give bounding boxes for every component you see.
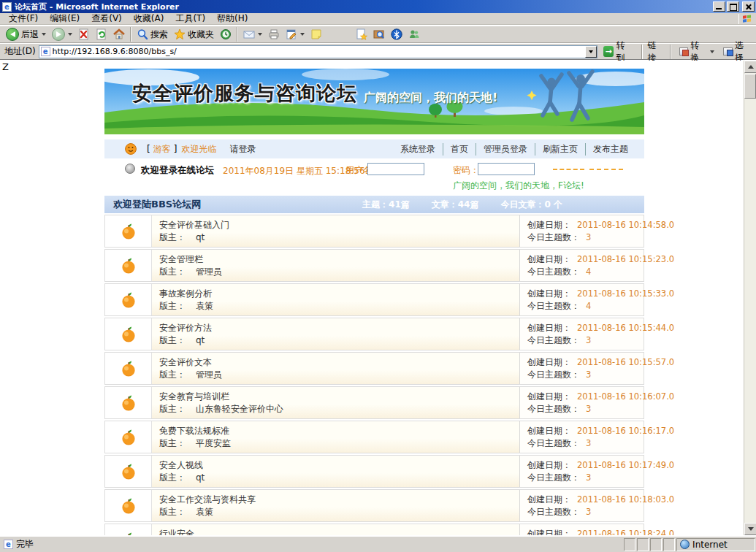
forum-icon-cell: [105, 421, 152, 453]
forum-name-link[interactable]: 安全评价基础入门: [159, 219, 519, 231]
scroll-up-button[interactable]: [744, 61, 756, 73]
messenger-button[interactable]: [405, 26, 423, 42]
maximize-button[interactable]: [727, 1, 739, 12]
banner-slogan: 广阔的空间，我们的天地!: [364, 91, 497, 106]
forum-row: 安全评价方法 版主：qt 创建日期：2011-08-16 10:15:44.0 …: [104, 318, 644, 350]
nav-link[interactable]: 发布主题: [585, 143, 635, 156]
login-row: 欢迎登录在线论坛 2011年08月19日 星期五 15:18:56 用户名： 密…: [104, 158, 644, 193]
created-date: 2011-08-16 10:16:07.0: [577, 391, 674, 402]
forum-name-link[interactable]: 事故案例分析: [159, 288, 519, 300]
created-label: 创建日期：: [527, 288, 571, 299]
edit-dropdown-icon[interactable]: [300, 33, 305, 36]
created-date: 2011-08-16 10:15:44.0: [577, 323, 674, 333]
forum-name-link[interactable]: 行业安全: [159, 528, 519, 535]
guest-label: 游客: [153, 143, 171, 156]
welcome-label: 欢迎光临: [181, 143, 216, 156]
edit-button[interactable]: [283, 26, 308, 42]
login-prompt-link[interactable]: 请登录: [229, 143, 256, 156]
board-title: 欢迎登陆BBS论坛网: [113, 198, 201, 211]
menu-item[interactable]: 帮助(H): [211, 12, 253, 26]
back-button[interactable]: 后退: [3, 26, 49, 42]
forward-dropdown-icon[interactable]: [68, 33, 72, 36]
back-dropdown-icon[interactable]: [42, 33, 46, 36]
nav-link[interactable]: 管理员登录: [476, 143, 535, 156]
scroll-down-button[interactable]: [744, 523, 756, 535]
back-label: 后退: [21, 28, 39, 41]
windows-logo: [738, 14, 755, 24]
forum-name-link[interactable]: 安全人视线: [159, 459, 519, 472]
refresh-icon: [96, 28, 107, 40]
forum-row: 安全教育与培训栏 版主：山东鲁轻安全评价中心 创建日期：2011-08-16 1…: [104, 386, 644, 419]
menu-item[interactable]: 编辑(E): [44, 12, 85, 26]
windows-flag-icon: [743, 15, 752, 23]
login-welcome: 欢迎登录在线论坛: [141, 164, 214, 177]
status-zone-pane: Internet: [676, 538, 755, 551]
mail-button[interactable]: [240, 26, 265, 42]
moderator-label: 版主：: [159, 404, 186, 414]
forum-name-link[interactable]: 免费下载法规标准: [159, 425, 519, 437]
forum-name-link[interactable]: 安全评价方法: [159, 322, 519, 334]
address-input[interactable]: [53, 47, 597, 57]
created-date: 2011-08-16 10:14:58.0: [577, 220, 674, 230]
orange-fruit-icon: [121, 532, 137, 536]
nav-link[interactable]: 刷新主页: [535, 143, 585, 156]
bullet-icon: [125, 164, 135, 174]
today-topics-count: 3: [586, 472, 591, 483]
address-dropdown-button[interactable]: [585, 46, 597, 58]
messenger-share-button[interactable]: [353, 26, 370, 42]
forum-name-link[interactable]: 安全工作交流与资料共享: [159, 494, 519, 506]
today-topics-count: 3: [586, 438, 591, 448]
banner-title: 安全评价服务与咨询论坛: [132, 80, 357, 107]
today-topics-count: 3: [586, 369, 591, 380]
convert-dropdown-icon[interactable]: [710, 50, 714, 53]
vertical-scrollbar[interactable]: [744, 61, 756, 535]
today-topics-count: 3: [586, 507, 591, 517]
window-title: 论坛首页 - Microsoft Internet Explorer: [15, 1, 179, 12]
menu-item[interactable]: 文件(F): [3, 12, 44, 26]
address-input-box: e: [39, 45, 597, 58]
forum-icon-cell: [105, 490, 152, 521]
stop-button[interactable]: [75, 26, 93, 42]
forum-icon-cell: [105, 524, 152, 535]
today-topics-label: 今日主题数：: [527, 232, 580, 242]
home-button[interactable]: [110, 26, 128, 42]
moderator-name: qt: [196, 335, 205, 345]
favorites-button[interactable]: 收藏夹: [171, 26, 217, 42]
moderator-label: 版主：: [159, 232, 186, 242]
forum-name-link[interactable]: 安全教育与培训栏: [159, 391, 519, 403]
minimize-button[interactable]: [713, 1, 725, 12]
scrollbar-thumb[interactable]: [744, 74, 756, 99]
nav-link[interactable]: 首页: [443, 143, 476, 156]
status-pane: [624, 538, 635, 551]
menu-item[interactable]: 工具(T): [169, 12, 211, 26]
research-button[interactable]: [370, 26, 388, 42]
moderator-name: 管理员: [196, 267, 222, 277]
login-slogan: 广阔的空间，我们的天地，F论坛!: [453, 180, 584, 192]
forum-row: 行业安全 版主： 创建日期：2011-08-16 10:18:24.0 今日主题…: [104, 524, 644, 535]
bluetooth-button[interactable]: [388, 26, 405, 42]
refresh-button[interactable]: [93, 26, 110, 42]
forum-row: 安全评价文本 版主：管理员 创建日期：2011-08-16 10:15:57.0…: [104, 352, 644, 385]
close-button[interactable]: [742, 1, 755, 12]
created-label: 创建日期：: [527, 357, 571, 367]
username-input[interactable]: [367, 163, 424, 175]
forum-name-link[interactable]: 安全管理栏: [159, 253, 519, 266]
mail-dropdown-icon[interactable]: [258, 33, 262, 36]
search-button[interactable]: 搜索: [134, 26, 171, 42]
nav-link[interactable]: 系统登录: [393, 143, 443, 156]
history-button[interactable]: [217, 26, 234, 42]
forum-banner: 安全评价服务与咨询论坛 广阔的空间，我们的天地!: [104, 69, 644, 134]
menu-item[interactable]: 收藏(A): [128, 12, 170, 26]
menu-item[interactable]: 查看(V): [85, 12, 128, 26]
password-input[interactable]: [478, 163, 535, 175]
browser-viewport: Z: [0, 61, 744, 535]
forward-button[interactable]: [49, 26, 75, 42]
moderator-label: 版主：: [159, 438, 186, 448]
print-button[interactable]: [265, 26, 283, 42]
discuss-button[interactable]: [308, 26, 325, 42]
created-date: 2011-08-16 10:15:33.0: [577, 288, 674, 299]
forum-name-link[interactable]: 安全评价文本: [159, 356, 519, 369]
moderator-label: 版主：: [159, 369, 186, 380]
forum-row: 安全人视线 版主：qt 创建日期：2011-08-16 10:17:49.0 今…: [104, 455, 644, 488]
orange-fruit-icon: [121, 394, 137, 412]
